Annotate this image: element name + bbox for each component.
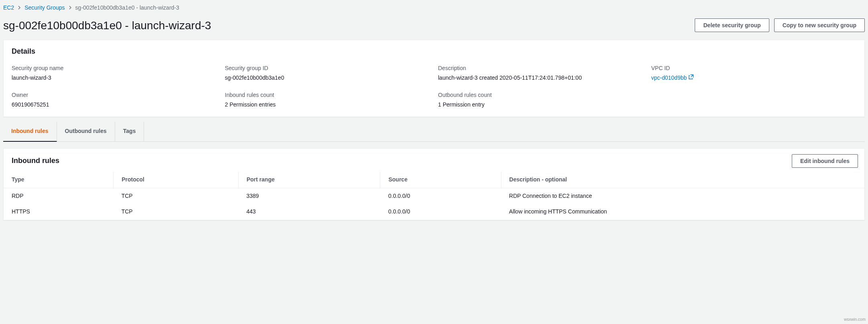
col-port-range[interactable]: Port range — [238, 172, 380, 188]
tab-outbound-rules[interactable]: Outbound rules — [57, 122, 115, 141]
field-label: Security group ID — [225, 64, 430, 72]
tab-inbound-rules[interactable]: Inbound rules — [3, 122, 57, 142]
cell-port-range: 3389 — [238, 188, 380, 204]
field-inbound-count: Inbound rules count 2 Permission entries — [225, 91, 430, 109]
inbound-rules-table: Type Protocol Port range Source Descript… — [4, 172, 864, 220]
field-label: Description — [438, 64, 643, 72]
table-row[interactable]: RDP TCP 3389 0.0.0.0/0 RDP Connection to… — [4, 188, 864, 204]
breadcrumb-ec2[interactable]: EC2 — [3, 4, 14, 12]
cell-protocol: TCP — [114, 204, 239, 220]
col-protocol[interactable]: Protocol — [114, 172, 239, 188]
field-value: sg-002fe10b00db3a1e0 — [225, 74, 430, 82]
col-description[interactable]: Description - optional — [501, 172, 864, 188]
breadcrumb: EC2 Security Groups sg-002fe10b00db3a1e0… — [0, 0, 868, 14]
page-title: sg-002fe10b00db3a1e0 - launch-wizard-3 — [3, 18, 211, 33]
cell-source: 0.0.0.0/0 — [380, 188, 501, 204]
delete-security-group-button[interactable]: Delete security group — [695, 18, 769, 32]
field-label: Security group name — [12, 64, 217, 72]
field-owner: Owner 690190675251 — [12, 91, 217, 109]
cell-port-range: 443 — [238, 204, 380, 220]
field-value: 2 Permission entries — [225, 101, 430, 109]
field-description: Description launch-wizard-3 created 2020… — [438, 64, 643, 82]
field-value: launch-wizard-3 — [12, 74, 217, 82]
cell-description: RDP Connection to EC2 instance — [501, 188, 864, 204]
tab-tags[interactable]: Tags — [115, 122, 144, 141]
field-label: Inbound rules count — [225, 91, 430, 99]
table-header-row: Type Protocol Port range Source Descript… — [4, 172, 864, 188]
breadcrumb-current: sg-002fe10b00db3a1e0 - launch-wizard-3 — [75, 4, 179, 12]
cell-description: Allow incoming HTTPS Communication — [501, 204, 864, 220]
vpc-link-text: vpc-d010d9bb — [651, 74, 687, 82]
header-actions: Delete security group Copy to new securi… — [695, 18, 865, 32]
field-label: VPC ID — [651, 64, 857, 72]
field-value: 1 Permission entry — [438, 101, 643, 109]
details-panel: Details Security group name launch-wizar… — [3, 40, 865, 117]
chevron-right-icon — [17, 4, 21, 12]
breadcrumb-security-groups[interactable]: Security Groups — [24, 4, 65, 12]
field-sg-id: Security group ID sg-002fe10b00db3a1e0 — [225, 64, 430, 82]
edit-inbound-rules-button[interactable]: Edit inbound rules — [792, 154, 858, 168]
col-source[interactable]: Source — [380, 172, 501, 188]
copy-security-group-button[interactable]: Copy to new security group — [774, 18, 865, 32]
field-value: launch-wizard-3 created 2020-05-11T17:24… — [438, 74, 643, 82]
inbound-rules-title: Inbound rules — [12, 156, 59, 166]
table-row[interactable]: HTTPS TCP 443 0.0.0.0/0 Allow incoming H… — [4, 204, 864, 220]
details-title: Details — [4, 40, 864, 60]
tabs: Inbound rules Outbound rules Tags — [3, 122, 865, 142]
cell-protocol: TCP — [114, 188, 239, 204]
page-header: sg-002fe10b00db3a1e0 - launch-wizard-3 D… — [0, 14, 868, 40]
cell-type: HTTPS — [4, 204, 114, 220]
cell-type: RDP — [4, 188, 114, 204]
field-sg-name: Security group name launch-wizard-3 — [12, 64, 217, 82]
external-link-icon — [688, 74, 694, 82]
field-label: Outbound rules count — [438, 91, 643, 99]
cell-source: 0.0.0.0/0 — [380, 204, 501, 220]
col-type[interactable]: Type — [4, 172, 114, 188]
field-label: Owner — [12, 91, 217, 99]
vpc-link[interactable]: vpc-d010d9bb — [651, 74, 694, 82]
field-vpc-id: VPC ID vpc-d010d9bb — [651, 64, 857, 82]
chevron-right-icon — [68, 4, 72, 12]
inbound-rules-panel: Inbound rules Edit inbound rules Type Pr… — [3, 148, 865, 220]
field-outbound-count: Outbound rules count 1 Permission entry — [438, 91, 643, 109]
field-value: 690190675251 — [12, 101, 217, 109]
